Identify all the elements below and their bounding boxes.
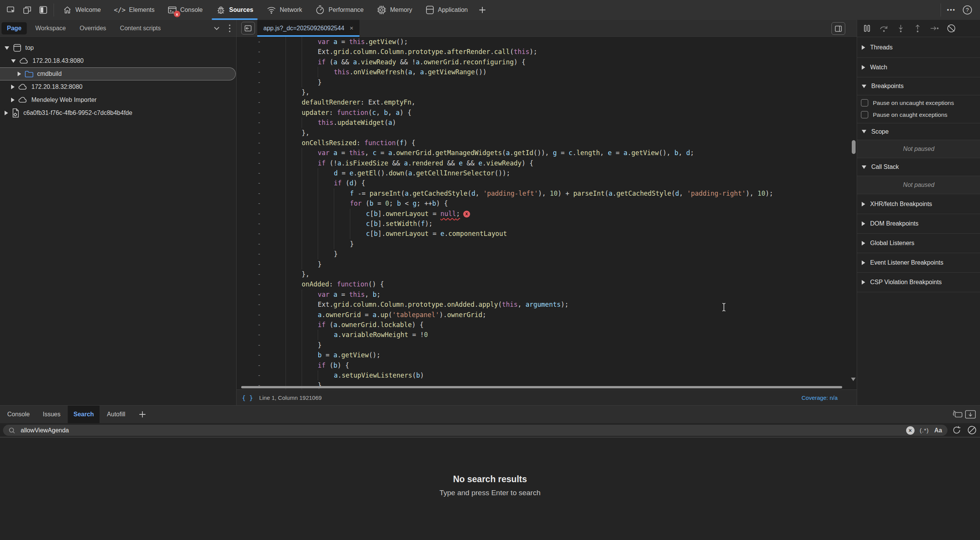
tree-item-172-20-18-43-8080[interactable]: 172.20.18.43:8080 (0, 54, 236, 67)
line-gutter[interactable]: - (237, 229, 282, 239)
inline-error-icon[interactable]: x (463, 211, 470, 218)
line-gutter[interactable]: - (237, 290, 282, 299)
line-gutter[interactable]: - (237, 168, 282, 178)
vertical-scrollbar-thumb[interactable] (852, 140, 856, 154)
navigator-tab-page[interactable]: Page (2, 22, 27, 34)
step-into-button[interactable] (892, 21, 909, 36)
line-gutter[interactable]: - (237, 37, 282, 47)
tab-welcome[interactable]: Welcome (56, 0, 107, 20)
line-gutter[interactable]: - (237, 330, 282, 340)
line-gutter[interactable]: - (237, 138, 282, 148)
focus-mode-icon[interactable] (35, 2, 51, 18)
checkbox-row-pause-on-caught-exceptions[interactable]: Pause on caught exceptions (857, 109, 980, 121)
deactivate-breakpoints-button[interactable] (943, 21, 960, 36)
drawer-tab-autofill[interactable]: Autofill (101, 406, 131, 423)
line-gutter[interactable]: - (237, 178, 282, 188)
section-xhr-fetch-breakpoints[interactable]: XHR/fetch Breakpoints (857, 194, 980, 214)
tree-item-top[interactable]: top (0, 41, 236, 54)
close-tab-icon[interactable]: × (350, 25, 353, 32)
editor-tab-appjs[interactable]: app.js?_dc=20250926092544 × (257, 20, 359, 36)
line-gutter[interactable]: - (237, 128, 282, 138)
clear-search-results-button[interactable] (967, 425, 977, 435)
checkbox-unchecked[interactable] (861, 99, 868, 106)
tree-collapsed-arrow-icon[interactable] (5, 111, 8, 115)
device-toolbar-icon[interactable] (19, 2, 35, 18)
navigator-tab-workspace[interactable]: Workspace (30, 22, 71, 34)
overflow-tabs-chevron-icon[interactable] (210, 22, 223, 35)
scrollbar-down-arrow[interactable] (851, 378, 856, 381)
search-input[interactable] (20, 427, 901, 434)
drawer-tab-search[interactable]: Search (68, 406, 100, 423)
tree-collapsed-arrow-icon[interactable] (18, 72, 21, 76)
line-gutter[interactable]: - (237, 57, 282, 67)
checkbox-unchecked[interactable] (861, 111, 868, 118)
step-over-button[interactable] (875, 21, 892, 36)
tab-performance[interactable]: Performance (309, 0, 370, 20)
tab-elements[interactable]: </>Elements (107, 0, 161, 20)
line-gutter[interactable]: - (237, 188, 282, 198)
line-gutter[interactable]: - (237, 299, 282, 309)
line-gutter[interactable]: - (237, 47, 282, 57)
tree-item-172-20-18-32-8080[interactable]: 172.20.18.32:8080 (0, 80, 236, 93)
section-scope[interactable]: Scope (857, 123, 980, 140)
clear-search-icon[interactable]: × (906, 426, 915, 435)
section-breakpoints[interactable]: Breakpoints (857, 77, 980, 95)
line-gutter[interactable]: - (237, 148, 282, 158)
line-gutter[interactable]: - (237, 340, 282, 350)
navigator-tab-overrides[interactable]: Overrides (74, 22, 111, 34)
line-gutter[interactable]: - (237, 77, 282, 87)
pretty-print-button[interactable]: { } (242, 394, 253, 401)
more-drawer-tools-button[interactable] (132, 406, 152, 423)
line-gutter[interactable]: - (237, 108, 282, 118)
section-dom-breakpoints[interactable]: DOM Breakpoints (857, 214, 980, 234)
line-gutter[interactable]: - (237, 219, 282, 229)
section-global-listeners[interactable]: Global Listeners (857, 234, 980, 253)
horizontal-scrollbar-thumb[interactable] (241, 386, 842, 388)
line-gutter[interactable]: - (237, 310, 282, 320)
code-editor[interactable]: -var a = this.getView();-Ext.grid.column… (237, 37, 857, 389)
tree-item-c6a0fb31-f76c-4fb6-9952-c7dc8b4b4fde[interactable]: c6a0fb31-f76c-4fb6-9952-c7dc8b4b4fde (0, 106, 236, 119)
line-gutter[interactable]: - (237, 67, 282, 77)
expand-drawer-icon[interactable] (964, 408, 977, 421)
section-threads[interactable]: Threads (857, 37, 980, 58)
step-button[interactable] (926, 21, 943, 36)
tree-collapsed-arrow-icon[interactable] (11, 85, 15, 89)
drawer-tab-issues[interactable]: Issues (37, 406, 66, 423)
line-gutter[interactable]: - (237, 269, 282, 279)
refresh-search-button[interactable] (952, 425, 962, 435)
line-gutter[interactable]: - (237, 370, 282, 380)
tab-console[interactable]: xConsole (161, 0, 209, 20)
line-gutter[interactable]: - (237, 350, 282, 360)
navigator-tab-content-scripts[interactable]: Content scripts (114, 22, 166, 34)
more-tools-button[interactable] (474, 2, 490, 18)
tree-item-cmdbuild[interactable]: cmdbuild (0, 67, 236, 80)
navigator-menu-icon[interactable] (223, 22, 236, 35)
tree-collapsed-arrow-icon[interactable] (11, 98, 15, 102)
line-gutter[interactable]: - (237, 259, 282, 269)
line-gutter[interactable]: - (237, 158, 282, 168)
tree-item-mendeley-web-importer[interactable]: Mendeley Web Importer (0, 93, 236, 106)
line-gutter[interactable]: - (237, 87, 282, 97)
section-csp-violation-breakpoints[interactable]: CSP Violation Breakpoints (857, 273, 980, 292)
line-gutter[interactable]: - (237, 279, 282, 289)
tab-network[interactable]: Network (260, 0, 309, 20)
step-out-button[interactable] (909, 21, 926, 36)
coverage-link[interactable]: Coverage: n/a (802, 394, 851, 401)
line-gutter[interactable]: - (237, 118, 282, 128)
toggle-navigator-button[interactable] (241, 22, 255, 34)
section-watch[interactable]: Watch (857, 58, 980, 77)
line-gutter[interactable]: - (237, 249, 282, 259)
tree-expanded-arrow-icon[interactable] (11, 59, 16, 63)
help-button[interactable]: ? (959, 2, 975, 18)
checkbox-row-pause-on-uncaught-exceptions[interactable]: Pause on uncaught exceptions (857, 97, 980, 109)
line-gutter[interactable]: - (237, 209, 282, 219)
line-gutter[interactable]: - (237, 360, 282, 370)
inspect-icon[interactable] (3, 2, 19, 18)
section-event-listener-breakpoints[interactable]: Event Listener Breakpoints (857, 253, 980, 273)
refresh-drawer-icon[interactable] (951, 408, 964, 421)
tab-memory[interactable]: Memory (370, 0, 419, 20)
regex-toggle[interactable]: (.*) (920, 427, 929, 434)
line-gutter[interactable]: - (237, 320, 282, 330)
line-gutter[interactable]: - (237, 198, 282, 208)
toggle-debugger-sidebar-button[interactable] (831, 22, 845, 35)
